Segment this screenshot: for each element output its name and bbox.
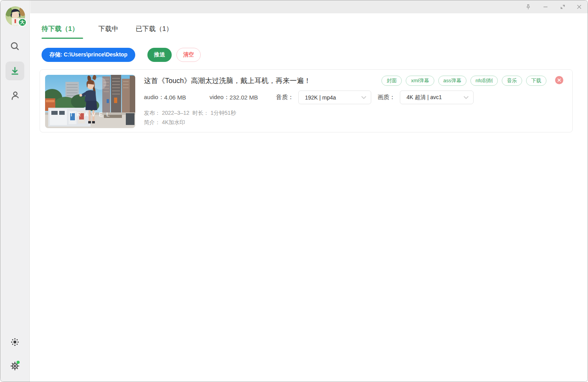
gear-icon xyxy=(9,360,20,371)
sidebar-item-search[interactable] xyxy=(5,37,24,56)
titlebar xyxy=(30,0,588,13)
video-size: 232.02 MB xyxy=(229,94,258,101)
option-tags: 封面 xml弹幕 ass弹幕 nfo刮削 音乐 下载 xyxy=(381,76,546,86)
remove-item-button[interactable] xyxy=(555,76,563,84)
tag-ass-danmaku[interactable]: ass弹幕 xyxy=(438,76,466,86)
video-quality-label: 画质： xyxy=(377,94,395,101)
close-window-button[interactable] xyxy=(571,0,587,13)
close-icon xyxy=(576,4,582,10)
push-button[interactable]: 推送 xyxy=(147,48,172,62)
tab-downloaded[interactable]: 已下载（1） xyxy=(136,24,172,33)
user-icon xyxy=(10,91,20,101)
close-icon xyxy=(557,78,561,82)
video-label: video： xyxy=(210,94,230,101)
audio-quality-select[interactable]: 192K | mp4a xyxy=(298,91,371,104)
tab-pending[interactable]: 待下载（1） xyxy=(42,24,78,33)
clear-button[interactable]: 清空 xyxy=(176,48,201,62)
theme-sun-icon xyxy=(10,337,20,347)
maximize-button[interactable] xyxy=(555,0,570,13)
maximize-icon xyxy=(560,4,566,10)
sidebar-item-settings[interactable] xyxy=(5,356,24,375)
chevron-down-icon xyxy=(361,96,366,99)
tag-xml-danmaku[interactable]: xml弹幕 xyxy=(406,76,434,86)
intro-label: 简介： xyxy=(144,119,160,125)
settings-notification-dot xyxy=(16,361,20,364)
pin-icon xyxy=(525,4,531,10)
thumbnail-art: TRAVEL xyxy=(45,75,135,128)
sidebar-item-theme[interactable] xyxy=(5,333,24,351)
chevron-down-icon xyxy=(464,96,468,99)
video-quality-value: 4K 超清 | avc1 xyxy=(407,94,442,101)
publish-label: 发布： xyxy=(144,110,160,116)
search-icon xyxy=(10,41,20,51)
video-quality-select[interactable]: 4K 超清 | avc1 xyxy=(400,91,474,104)
avatar-badge: 大 xyxy=(18,18,27,27)
audio-quality-label: 音质： xyxy=(276,94,294,101)
spec-row: audio： 4.06 MB video： 232.02 MB 音质： 192K… xyxy=(144,91,474,104)
sidebar-item-download[interactable] xyxy=(5,62,24,80)
main-panel: 待下载（1） 下载中 已下载（1） 存储: C:\Users\prince\De… xyxy=(30,13,588,382)
pin-window-button[interactable] xyxy=(520,0,536,13)
tab-downloading[interactable]: 下载中 xyxy=(98,24,118,33)
download-icon xyxy=(10,66,20,76)
minimize-icon xyxy=(543,4,548,10)
app-window: 大 xyxy=(0,0,588,382)
download-card: TRAVEL 这首《Touch》高潮太过洗脑，戴上耳机，再来一遍！ 封面 xml… xyxy=(40,69,573,132)
audio-quality-value: 192K | mp4a xyxy=(305,94,336,101)
storage-path-button[interactable]: 存储: C:\Users\prince\Desktop xyxy=(42,48,135,62)
active-tab-underline xyxy=(42,38,83,39)
tag-music[interactable]: 音乐 xyxy=(502,76,522,86)
sidebar: 大 xyxy=(0,0,30,382)
tag-download[interactable]: 下载 xyxy=(526,76,546,86)
duration-value: 1分钟51秒 xyxy=(211,110,236,116)
video-title: 这首《Touch》高潮太过洗脑，戴上耳机，再来一遍！ xyxy=(144,76,311,85)
user-avatar[interactable]: 大 xyxy=(5,6,25,26)
audio-size: 4.06 MB xyxy=(164,94,186,101)
publish-value: 2022–3–12 xyxy=(162,110,189,116)
duration-label: 时长： xyxy=(192,110,209,116)
audio-label: audio： xyxy=(144,94,164,101)
intro-line: 简介：4K加水印 xyxy=(144,119,187,126)
sidebar-item-user[interactable] xyxy=(5,86,24,105)
video-thumbnail[interactable]: TRAVEL xyxy=(45,75,135,128)
intro-value: 4K加水印 xyxy=(162,119,185,125)
tag-nfo-scrape[interactable]: nfo刮削 xyxy=(470,76,498,86)
thumbnail-overlay-text: TRAVEL xyxy=(69,111,113,118)
publish-duration-line: 发布：2022–3–12 时长：1分钟51秒 xyxy=(144,110,238,117)
minimize-button[interactable] xyxy=(537,0,553,13)
tag-cover[interactable]: 封面 xyxy=(381,76,402,86)
